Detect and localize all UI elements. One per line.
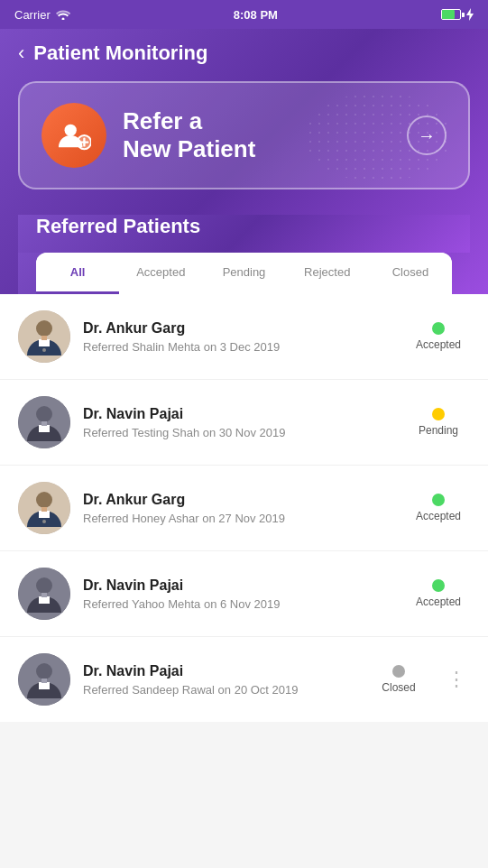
svg-rect-22 — [39, 682, 50, 689]
table-row[interactable]: Dr. Ankur Garg Referred Honey Ashar on 2… — [0, 466, 488, 551]
status-indicator — [432, 494, 445, 506]
svg-rect-18 — [39, 596, 50, 604]
svg-rect-10 — [41, 421, 47, 426]
referral-detail: Referred Yahoo Mehta on 6 Nov 2019 — [83, 597, 394, 611]
wifi-icon — [56, 9, 70, 20]
avatar — [18, 396, 70, 448]
status-indicator — [432, 408, 445, 420]
time-display: 8:08 PM — [234, 8, 278, 22]
doctor-name: Dr. Navin Pajai — [83, 406, 394, 422]
carrier-info: Carrier — [14, 8, 70, 22]
status-label: Accepted — [416, 510, 461, 522]
status-area: Closed — [367, 665, 430, 694]
battery-area — [441, 8, 474, 21]
svg-point-15 — [42, 520, 46, 523]
add-patient-icon — [57, 118, 91, 152]
tab-rejected[interactable]: Rejected — [286, 253, 369, 294]
referral-detail: Referred Honey Ashar on 27 Nov 2019 — [83, 512, 394, 525]
tab-all[interactable]: All — [36, 253, 119, 294]
svg-rect-13 — [39, 511, 50, 518]
status-label: Accepted — [416, 596, 461, 608]
status-bar: Carrier 8:08 PM — [0, 0, 488, 29]
table-row[interactable]: Dr. Ankur Garg Referred Shalin Mehta on … — [0, 294, 488, 380]
table-row[interactable]: Dr. Navin Pajai Referred Yahoo Mehta on … — [0, 551, 488, 637]
status-area: Accepted — [407, 579, 470, 608]
svg-rect-23 — [41, 679, 47, 683]
patient-list: Dr. Ankur Garg Referred Shalin Mehta on … — [0, 294, 488, 722]
svg-point-17 — [36, 577, 52, 594]
banner-icon — [41, 103, 106, 168]
referral-detail: Referred Shalin Mehta on 3 Dec 2019 — [83, 340, 394, 354]
tab-pending[interactable]: Pending — [202, 253, 285, 294]
patient-info: Dr. Navin Pajai Referred Testing Shah on… — [83, 406, 394, 439]
avatar — [18, 482, 70, 534]
svg-rect-5 — [41, 336, 47, 340]
doctor-name: Dr. Ankur Garg — [83, 492, 394, 508]
status-area: Accepted — [407, 494, 470, 522]
battery-icon — [441, 9, 461, 20]
tab-closed[interactable]: Closed — [369, 253, 452, 294]
more-options-button[interactable]: ⋮ — [443, 668, 470, 691]
status-indicator — [432, 579, 445, 592]
avatar — [18, 653, 70, 706]
tabs-container: All Accepted Pending Rejected Closed — [18, 253, 470, 294]
avatar — [18, 310, 70, 363]
banner-title-line2: New Patient — [123, 135, 391, 163]
back-button[interactable]: ‹ — [18, 42, 24, 65]
doctor-name: Dr. Navin Pajai — [83, 663, 354, 679]
svg-rect-9 — [39, 425, 50, 432]
svg-rect-4 — [39, 339, 50, 346]
patient-info: Dr. Ankur Garg Referred Shalin Mehta on … — [83, 320, 394, 354]
header-nav: ‹ Patient Monitoring — [18, 42, 470, 65]
tab-accepted[interactable]: Accepted — [119, 253, 202, 294]
svg-point-6 — [42, 348, 46, 352]
svg-point-12 — [36, 492, 52, 508]
carrier-label: Carrier — [14, 8, 51, 22]
referral-detail: Referred Testing Shah on 30 Nov 2019 — [83, 426, 394, 439]
status-label: Pending — [419, 424, 458, 437]
arrow-icon: → — [418, 125, 436, 146]
charging-icon — [466, 8, 474, 21]
referral-detail: Referred Sandeep Rawal on 20 Oct 2019 — [83, 683, 354, 697]
status-label: Closed — [382, 681, 415, 694]
table-row[interactable]: Dr. Navin Pajai Referred Testing Shah on… — [0, 380, 488, 466]
banner-text: Refer a New Patient — [123, 107, 391, 163]
status-label: Accepted — [416, 338, 461, 351]
table-row[interactable]: Dr. Navin Pajai Referred Sandeep Rawal o… — [0, 637, 488, 722]
patient-info: Dr. Navin Pajai Referred Sandeep Rawal o… — [83, 663, 354, 697]
avatar — [18, 568, 70, 620]
patient-info: Dr. Navin Pajai Referred Yahoo Mehta on … — [83, 577, 394, 611]
patient-info: Dr. Ankur Garg Referred Honey Ashar on 2… — [83, 492, 394, 525]
doctor-name: Dr. Navin Pajai — [83, 577, 394, 594]
page-title: Patient Monitoring — [33, 42, 207, 65]
banner-arrow-button[interactable]: → — [407, 115, 447, 155]
svg-rect-14 — [41, 507, 47, 512]
header: ‹ Patient Monitoring Refer a New Patient… — [0, 29, 488, 294]
doctor-name: Dr. Ankur Garg — [83, 320, 394, 337]
banner-title-line1: Refer a — [123, 107, 391, 135]
svg-point-0 — [65, 125, 77, 136]
referred-patients-title: Referred Patients — [18, 215, 470, 253]
svg-point-3 — [36, 320, 52, 337]
status-area: Accepted — [407, 322, 470, 351]
refer-patient-banner[interactable]: Refer a New Patient → — [18, 81, 470, 189]
svg-rect-19 — [41, 593, 47, 597]
status-indicator — [392, 665, 405, 678]
status-indicator — [432, 322, 445, 335]
svg-point-21 — [36, 663, 52, 679]
svg-point-8 — [36, 406, 52, 422]
status-area: Pending — [407, 408, 470, 437]
filter-tabs: All Accepted Pending Rejected Closed — [36, 253, 452, 294]
